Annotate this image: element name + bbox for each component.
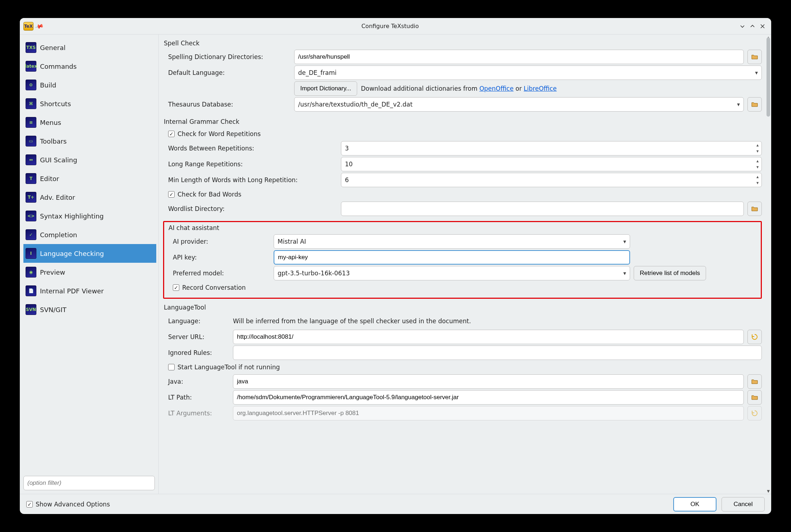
check-word-repetitions[interactable]: Check for Word Repetitions xyxy=(168,127,762,140)
config-dialog: TeX 📌 Configure TeXstudio TXSGenerallate… xyxy=(20,18,771,514)
spinner-up[interactable]: ▲ xyxy=(754,174,761,180)
sidebar-icon: T+ xyxy=(26,192,36,203)
sidebar-item-syntax-highlighting[interactable]: <>Syntax Highlighting xyxy=(23,207,156,225)
ai-title: AI chat assistant xyxy=(168,224,757,234)
model-value: gpt-3.5-turbo-16k-0613 xyxy=(278,270,350,277)
sidebar-icon: ≡ xyxy=(26,117,36,128)
min-len-label: Min Length of Words with Long Repetition… xyxy=(168,176,337,184)
sidebar-item-gui-scaling[interactable]: ↔GUI Scaling xyxy=(23,150,156,169)
group-spell-check: Spell Check Spelling Dictionary Director… xyxy=(163,38,762,112)
maximize-button[interactable] xyxy=(747,21,758,31)
sidebar-item-adv-editor[interactable]: T+Adv. Editor xyxy=(23,188,156,207)
thesaurus-combo[interactable]: /usr/share/texstudio/th_de_DE_v2.dat ▼ xyxy=(294,97,744,112)
show-advanced-options[interactable]: Show Advanced Options xyxy=(26,498,110,511)
lt-server-input[interactable] xyxy=(233,330,744,344)
minimize-button[interactable] xyxy=(737,21,747,31)
download-text: Download additional dictionaries from xyxy=(361,85,479,92)
openoffice-link[interactable]: OpenOffice xyxy=(479,85,513,92)
default-lang-combo[interactable]: de_DE_frami ▼ xyxy=(294,66,762,80)
long-range-input[interactable]: 10 ▲▼ xyxy=(341,157,762,171)
lt-path-input[interactable] xyxy=(233,390,744,405)
import-dictionary-button[interactable]: Import Dictionary... xyxy=(294,81,357,96)
sidebar-item-label: Editor xyxy=(40,175,59,182)
lt-server-reset[interactable] xyxy=(747,330,762,344)
long-range-label: Long Range Repetitions: xyxy=(168,161,337,168)
vertical-scrollbar[interactable]: ▲ ▼ xyxy=(765,35,771,494)
model-combo[interactable]: gpt-3.5-turbo-16k-0613 ▼ xyxy=(274,266,630,280)
lt-java-label: Java: xyxy=(168,378,229,385)
default-lang-value: de_DE_frami xyxy=(298,69,337,76)
wordlist-browse[interactable] xyxy=(747,202,762,216)
record-conversation[interactable]: Record Conversation xyxy=(173,281,757,294)
thesaurus-browse[interactable] xyxy=(747,97,762,112)
sidebar-item-label: Completion xyxy=(40,231,77,239)
sidebar-item-internal-pdf-viewer[interactable]: 📄Internal PDF Viewer xyxy=(23,281,156,300)
sidebar-item-label: Internal PDF Viewer xyxy=(40,287,104,295)
sidebar-icon: 📄 xyxy=(26,285,36,296)
api-key-label: API key: xyxy=(173,254,270,261)
min-len-input[interactable]: 6 ▲▼ xyxy=(341,173,762,187)
lt-language-label: Language: xyxy=(168,317,229,325)
retrieve-models-button[interactable]: Retrieve list of models xyxy=(634,266,706,280)
words-between-input[interactable]: 3 ▲▼ xyxy=(341,141,762,155)
libreoffice-link[interactable]: LibreOffice xyxy=(524,85,557,92)
sidebar-item-build[interactable]: ⚙Build xyxy=(23,76,156,94)
sidebar-item-label: General xyxy=(40,44,66,51)
sidebar-icon: ⚙ xyxy=(26,80,36,90)
chevron-down-icon: ▼ xyxy=(737,103,740,107)
lt-path-browse[interactable] xyxy=(747,390,762,405)
sidebar-item-svn-git[interactable]: SVNSVN/GIT xyxy=(23,300,156,319)
sidebar-item-label: Toolbars xyxy=(40,137,67,145)
grammar-title: Internal Grammar Check xyxy=(163,117,762,127)
sidebar-item-label: SVN/GIT xyxy=(40,306,67,314)
api-key-input[interactable] xyxy=(274,250,630,265)
sidebar-item-language-checking[interactable]: ILanguage Checking xyxy=(23,244,156,263)
ai-provider-combo[interactable]: Mistral AI ▼ xyxy=(274,234,630,249)
sidebar-item-general[interactable]: TXSGeneral xyxy=(23,38,156,57)
lt-java-browse[interactable] xyxy=(747,374,762,389)
sidebar-item-commands[interactable]: latexCommands xyxy=(23,57,156,76)
spinner-up[interactable]: ▲ xyxy=(754,158,761,164)
spinner-down[interactable]: ▼ xyxy=(754,148,761,154)
sidebar-item-completion[interactable]: ✓Completion xyxy=(23,225,156,244)
sidebar-list: TXSGenerallatexCommands⚙Build⌘Shortcuts≡… xyxy=(20,35,158,474)
option-filter-input[interactable] xyxy=(23,476,155,490)
sidebar: TXSGenerallatexCommands⚙Build⌘Shortcuts≡… xyxy=(20,35,159,494)
sidebar-icon: T xyxy=(26,173,36,184)
spinner-down[interactable]: ▼ xyxy=(754,180,761,186)
spinner-down[interactable]: ▼ xyxy=(754,164,761,170)
main-panel: Spell Check Spelling Dictionary Director… xyxy=(159,35,771,494)
thesaurus-value: /usr/share/texstudio/th_de_DE_v2.dat xyxy=(298,101,413,108)
wordlist-input[interactable] xyxy=(341,202,744,216)
sidebar-item-preview[interactable]: ◉Preview xyxy=(23,263,156,281)
sidebar-icon: latex xyxy=(26,61,36,72)
start-languagetool[interactable]: Start LanguageTool if not running xyxy=(168,361,762,374)
sidebar-item-shortcuts[interactable]: ⌘Shortcuts xyxy=(23,94,156,113)
sidebar-item-label: Commands xyxy=(40,63,77,70)
lt-java-input[interactable] xyxy=(233,374,744,389)
spinner-up[interactable]: ▲ xyxy=(754,142,761,148)
lt-path-label: LT Path: xyxy=(168,394,229,401)
sidebar-icon: ↔ xyxy=(26,154,36,165)
lt-ignored-input[interactable] xyxy=(233,346,762,360)
scroll-thumb[interactable] xyxy=(767,37,770,117)
scroll-down[interactable]: ▼ xyxy=(765,488,771,494)
ok-button[interactable]: OK xyxy=(673,497,716,511)
sidebar-item-menus[interactable]: ≡Menus xyxy=(23,113,156,132)
check-bad-words[interactable]: Check for Bad Words xyxy=(168,188,762,201)
dict-dirs-input[interactable] xyxy=(294,50,744,64)
sidebar-item-label: Language Checking xyxy=(40,250,104,257)
sidebar-item-label: Menus xyxy=(40,119,61,126)
cancel-button[interactable]: Cancel xyxy=(722,497,765,511)
sidebar-item-editor[interactable]: TEditor xyxy=(23,169,156,188)
sidebar-item-toolbars[interactable]: ▭Toolbars xyxy=(23,132,156,150)
lt-args-input[interactable] xyxy=(233,406,744,420)
lt-args-reset[interactable] xyxy=(747,406,762,420)
group-grammar: Internal Grammar Check Check for Word Re… xyxy=(163,117,762,217)
sidebar-icon: ▭ xyxy=(26,136,36,146)
dict-dirs-browse[interactable] xyxy=(747,50,762,64)
model-label: Preferred model: xyxy=(173,270,270,277)
wordlist-label: Wordlist Directory: xyxy=(168,205,337,212)
close-button[interactable] xyxy=(758,21,768,31)
lt-ignored-label: Ignored Rules: xyxy=(168,349,229,356)
